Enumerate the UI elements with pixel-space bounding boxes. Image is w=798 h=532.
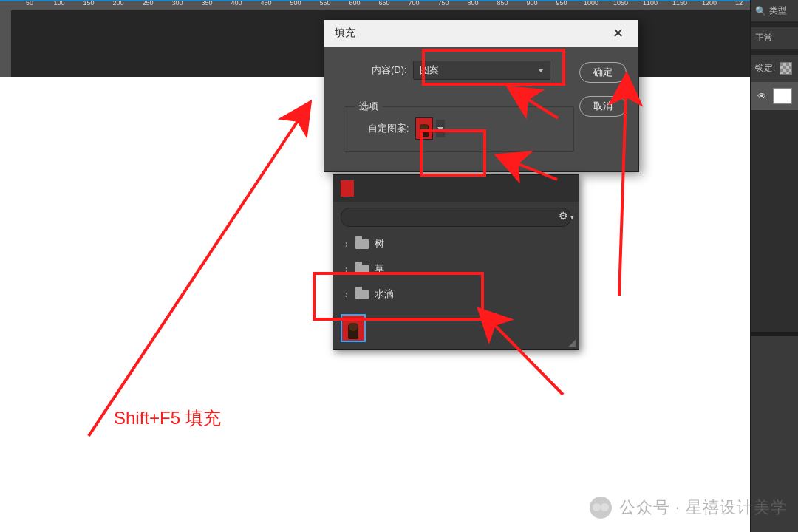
lock-row: 锁定: [751,55,798,82]
ruler-tick: 300 [171,0,183,7]
picker-selected-row [341,314,571,342]
chevron-down-icon [436,120,445,137]
ruler-tick: 700 [408,0,419,7]
ruler-tick: 400 [231,0,242,7]
ruler-tick: 1200 [702,0,717,7]
cancel-button[interactable]: 取消 [579,96,627,117]
ruler-tick: 350 [201,0,212,7]
layer-thumbnail [773,88,792,104]
pattern-swatch-dropdown[interactable] [415,117,445,140]
content-label: 内容(D): [372,64,407,77]
ruler-tick: 500 [290,0,301,7]
dialog-title: 填充 [335,27,355,40]
ruler-tick: 750 [437,0,449,7]
folder-label: 草 [375,262,384,276]
watermark: 公众号 · 星禧设计美学 [590,497,788,519]
ruler-tick: 200 [112,0,123,7]
blend-mode-label: 正常 [755,33,773,43]
folder-label: 树 [375,237,384,250]
annotation-shortcut: Shift+F5 填充 [114,406,221,430]
chevron-down-icon [538,69,544,72]
ruler: 5010015020025030035040045050055060065070… [0,0,751,10]
ruler-tick: 600 [349,0,360,7]
ruler-tick: 1050 [613,0,628,7]
watermark-text: 公众号 · 星禧设计美学 [619,497,788,519]
blend-mode-select[interactable]: 正常 [751,27,798,49]
resize-grip-icon[interactable]: ◢ [568,337,576,348]
fill-dialog: 填充 ✕ 内容(D): 图案 确定 取消 选项 自定图案: [324,19,639,172]
picker-folder-list: ›树›草›水滴 [333,230,579,311]
picker-folder-item[interactable]: ›草 [333,256,579,282]
lock-transparent-icon[interactable] [780,62,792,75]
dialog-titlebar[interactable]: 填充 ✕ [324,20,638,47]
vertical-ruler-stub [0,10,11,77]
picker-recent-row [333,175,579,202]
ok-button[interactable]: 确定 [579,62,627,83]
folder-icon [355,239,369,249]
picker-folder-item[interactable]: ›树 [333,231,579,256]
panel-search-row[interactable]: 🔍 类型 [751,0,798,21]
ruler-tick: 950 [556,0,567,7]
folder-label: 水滴 [375,287,394,301]
panel-empty [751,110,798,332]
wechat-icon [590,497,612,519]
ruler-tick: 250 [142,0,153,7]
chevron-right-icon: › [344,238,349,249]
content-select-value: 图案 [420,64,439,77]
picker-search-input[interactable] [341,208,571,227]
ruler-tick: 800 [467,0,478,7]
folder-icon [355,265,369,274]
visibility-eye-icon[interactable]: 👁 [755,91,768,101]
recent-pattern-thumb[interactable] [341,180,354,197]
ruler-tick: 1100 [643,0,658,7]
ruler-tick: 12 [735,0,743,7]
ruler-tick: 50 [26,0,33,7]
picker-folder-item[interactable]: ›水滴 [333,282,579,307]
selected-pattern-thumb[interactable] [341,314,366,342]
ruler-tick: 900 [526,0,537,7]
gear-icon[interactable]: ⚙ [559,210,574,222]
ruler-tick: 1000 [584,0,598,7]
pattern-thumbnail [415,117,433,140]
ruler-tick: 100 [53,0,64,7]
content-select[interactable]: 图案 [413,61,550,80]
options-fieldset: 选项 自定图案: [344,106,574,152]
panel-bottom [751,336,798,469]
lock-label: 锁定: [755,62,775,75]
chevron-right-icon: › [344,288,349,299]
right-panel: 🔍 类型 正常 锁定: 👁 [750,0,798,532]
ruler-tick: 450 [260,0,271,7]
layer-row[interactable]: 👁 [751,82,798,110]
ruler-bar: 5010015020025030035040045050055060065070… [0,0,751,10]
folder-icon [355,290,369,299]
ruler-tick: 150 [83,0,94,7]
pattern-picker-panel: ⚙ ›树›草›水滴 ◢ [332,174,579,350]
ruler-tick: 1150 [672,0,687,7]
close-icon[interactable]: ✕ [608,24,628,43]
custom-pattern-label: 自定图案: [368,122,409,135]
panel-search-label: 类型 [769,4,787,17]
options-legend: 选项 [355,100,383,113]
chevron-right-icon: › [344,263,349,274]
ruler-tick: 650 [378,0,389,7]
search-icon: 🔍 [755,6,766,16]
ruler-tick: 850 [497,0,508,7]
ruler-tick: 550 [319,0,330,7]
